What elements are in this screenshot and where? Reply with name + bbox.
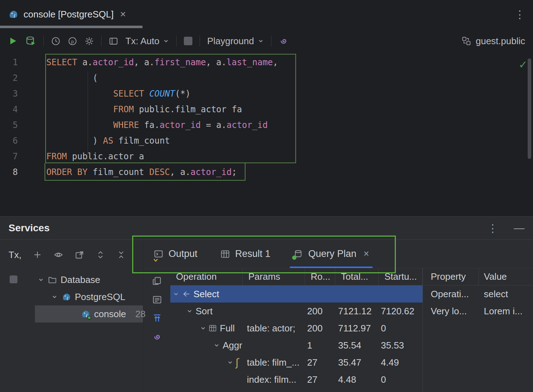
run-on-database-icon[interactable] — [25, 35, 36, 47]
session-swirl-icon[interactable] — [152, 332, 162, 342]
table-icon — [220, 249, 230, 259]
property-row[interactable]: Very lo...Lorem i... — [423, 303, 533, 320]
tab-title: console [PostgreSQL] — [24, 9, 114, 20]
chevron-down-icon — [163, 38, 169, 44]
chevron-down-icon[interactable] — [173, 291, 179, 297]
plan-row[interactable]: Fulltable: actor;2007112.970 — [170, 320, 423, 337]
in-editor-results-icon[interactable] — [109, 36, 118, 46]
tx-mode-dropdown[interactable]: Tx: Auto — [125, 36, 169, 47]
toolbar-separator — [200, 36, 200, 46]
column-header[interactable]: Total... — [335, 268, 379, 285]
playground-dropdown[interactable]: Playground — [207, 36, 264, 47]
tree-item-postgresql[interactable]: PostgreSQL — [0, 288, 143, 305]
column-header[interactable]: Operation — [170, 268, 243, 285]
tab-output[interactable]: Output — [154, 240, 197, 268]
chevron-down-icon[interactable] — [227, 359, 233, 366]
code-line[interactable]: SELECT COUNT(*) — [46, 86, 278, 102]
line-number: 8 — [0, 164, 18, 180]
column-header[interactable]: Startu... — [379, 268, 423, 285]
stop-button[interactable] — [184, 37, 192, 45]
code-line[interactable]: ( — [46, 70, 278, 86]
plan-properties-panel: Property Value Operati...selectVery lo..… — [423, 268, 533, 392]
plan-cell-params — [243, 303, 305, 320]
schema-switcher[interactable]: guest.public — [461, 36, 525, 47]
code-line[interactable]: ) AS film_count — [46, 133, 278, 149]
show-query-text-icon[interactable] — [152, 295, 162, 305]
sql-editor[interactable]: 12345678 SELECT a.actor_id, a.first_name… — [0, 53, 533, 216]
plan-cell-params: table: film_... — [243, 354, 305, 371]
operation-label: Full — [220, 323, 235, 334]
chevron-down-icon[interactable] — [51, 294, 58, 300]
tab-console-postgresql[interactable]: console [PostgreSQL] × — [0, 0, 134, 29]
tree-item-console[interactable]: console 28 — [35, 305, 143, 323]
plan-row[interactable]: Aggr135.5435.53 — [170, 337, 423, 354]
code-line[interactable]: FROM public.actor a — [46, 149, 278, 164]
code-area[interactable]: SELECT a.actor_id, a.first_name, a.last_… — [46, 55, 278, 180]
open-in-new-tab-icon[interactable] — [75, 250, 84, 260]
editor-scrollbar[interactable] — [528, 58, 531, 159]
gear-icon[interactable] — [84, 36, 94, 46]
code-line[interactable]: SELECT a.actor_id, a.first_name, a.last_… — [46, 55, 278, 70]
plan-cell-rows — [305, 285, 335, 303]
code-line[interactable]: ORDER BY film_count DESC, a.actor_id; — [46, 164, 278, 180]
playground-label: Playground — [207, 36, 254, 47]
line-number: 7 — [0, 149, 18, 164]
toolbar-separator — [101, 36, 102, 46]
plan-cell-startup: 7120.62 — [379, 303, 423, 320]
property-column-header: Property — [423, 268, 479, 285]
plan-cell-total — [335, 285, 379, 303]
close-icon[interactable]: × — [119, 9, 127, 19]
chevron-down-icon[interactable] — [186, 308, 193, 314]
tree-item-label: PostgreSQL — [75, 292, 125, 303]
plan-row[interactable]: Sort2007121.127120.62 — [170, 303, 423, 320]
kebab-menu-icon[interactable]: ⋮ — [514, 8, 525, 21]
tab-scroll-indicator[interactable] — [0, 26, 143, 28]
session-swirl-icon[interactable] — [279, 36, 289, 46]
history-clock-icon[interactable] — [51, 36, 61, 46]
code-line[interactable]: WHERE fa.actor_id = a.actor_id — [46, 117, 278, 133]
plan-toolbar — [144, 268, 170, 392]
copy-plan-icon[interactable] — [152, 276, 162, 286]
plan-cell-startup: 4.49 — [379, 354, 423, 371]
tab-query-plan[interactable]: Query Plan × — [293, 240, 369, 268]
run-button[interactable] — [8, 36, 18, 46]
toolbar-separator — [176, 36, 177, 46]
tab-label: Result 1 — [235, 248, 270, 259]
eye-icon[interactable] — [53, 250, 63, 260]
plan-row[interactable]: Select — [170, 285, 423, 303]
expand-rows-icon[interactable] — [152, 313, 162, 323]
operation-label: Select — [193, 289, 219, 300]
chevron-down-icon[interactable] — [213, 342, 220, 349]
connected-dot — [87, 316, 91, 320]
folder-icon — [48, 275, 57, 284]
line-number: 5 — [0, 117, 18, 133]
minimize-icon[interactable]: — — [514, 222, 524, 234]
tab-result-1[interactable]: Result 1 — [220, 240, 270, 268]
arrow-left-icon — [182, 290, 191, 298]
parameters-icon[interactable]: p — [68, 36, 77, 46]
services-title: Services — [9, 222, 50, 234]
plan-cell-rows: 27 — [305, 371, 335, 388]
close-icon[interactable]: × — [361, 248, 369, 259]
plan-row[interactable]: ʃtable: film_...2735.474.49 — [170, 354, 423, 371]
tx-toggle[interactable]: Tx, — [9, 249, 21, 261]
query-plan-table[interactable]: OperationParamsRo...Total...Startu... Se… — [170, 268, 423, 392]
scroll-down-badge-icon — [153, 258, 159, 263]
tree-item-database[interactable]: Database — [0, 271, 143, 288]
column-header[interactable]: Params — [243, 268, 305, 285]
services-tree: Database PostgreSQL — [0, 271, 143, 323]
column-header[interactable]: Ro... — [305, 268, 335, 285]
property-row[interactable]: Operati...select — [423, 285, 533, 303]
collapse-all-icon[interactable] — [117, 250, 126, 259]
code-line[interactable]: FROM public.film_actor fa — [46, 102, 278, 117]
add-icon[interactable] — [33, 250, 42, 259]
chevron-down-icon[interactable] — [38, 277, 44, 283]
services-kebab-icon[interactable]: ⋮ — [487, 222, 498, 234]
plan-row[interactable]: index: film...274.480 — [170, 371, 423, 388]
result-tabs: Output Result 1 — [144, 240, 533, 268]
chevron-down-icon[interactable] — [200, 325, 206, 331]
expand-all-icon[interactable] — [96, 250, 105, 259]
tab-label: Query Plan — [308, 248, 356, 259]
schema-label: guest.public — [476, 36, 525, 47]
table-icon — [208, 324, 217, 332]
